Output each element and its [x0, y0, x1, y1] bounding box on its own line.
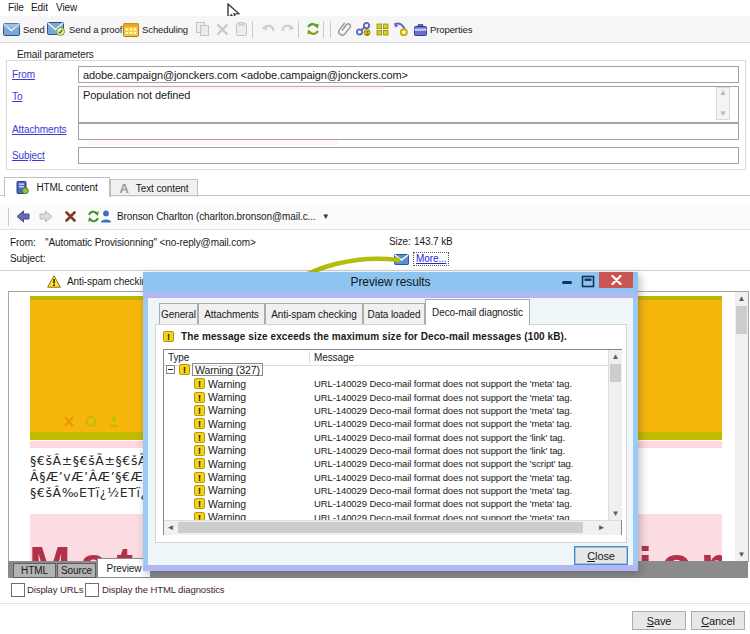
- more-link[interactable]: More...: [413, 252, 449, 266]
- send-button[interactable]: Send: [3, 16, 45, 42]
- warning-row[interactable]: !WarningURL-140029 Deco-mail format does…: [164, 404, 246, 417]
- warning-row[interactable]: !WarningURL-140029 Deco-mail format does…: [164, 484, 246, 497]
- warning-row-message: URL-140029 Deco-mail format does not sup…: [314, 445, 565, 456]
- to-field-scrollbar[interactable]: ▲ ▼: [716, 87, 730, 120]
- dialog-tab-anti-spam-checking[interactable]: Anti-spam checking: [265, 303, 363, 324]
- scroll-up-icon[interactable]: ▲: [609, 350, 622, 363]
- header-subject-label: Subject:: [10, 253, 45, 264]
- dialog-tab-attachments[interactable]: Attachments: [198, 303, 265, 324]
- attach-file-button[interactable]: [338, 16, 352, 42]
- back-icon[interactable]: [16, 210, 30, 223]
- tab-html-content[interactable]: HTML content: [4, 177, 110, 197]
- reload-icon[interactable]: [87, 210, 100, 223]
- cut-button[interactable]: [216, 16, 229, 42]
- warning-row[interactable]: !WarningURL-140029 Deco-mail format does…: [164, 470, 246, 483]
- sender-selector[interactable]: Bronson Charlton (charlton.bronson@mail.…: [117, 211, 316, 222]
- menu-view[interactable]: View: [56, 2, 77, 13]
- warning-icon: !: [179, 364, 190, 375]
- warning-icon: !: [194, 445, 205, 456]
- warning-icon: !: [194, 512, 205, 520]
- scroll-down-icon[interactable]: ▼: [735, 548, 748, 561]
- personalization-block-button[interactable]: [376, 16, 389, 42]
- warning-row[interactable]: !WarningURL-140029 Deco-mail format does…: [164, 457, 246, 470]
- dialog-close-button[interactable]: Close: [574, 546, 628, 565]
- maximize-icon[interactable]: [581, 275, 595, 288]
- warning-row-message: URL-140029 Deco-mail format does not sup…: [314, 392, 572, 403]
- scroll-down-icon[interactable]: ▼: [717, 109, 729, 119]
- list-horizontal-scrollbar[interactable]: ◄ ►: [164, 520, 621, 535]
- display-diagnostics-checkbox[interactable]: [85, 583, 99, 597]
- warning-row[interactable]: !WarningURL-140029 Deco-mail format does…: [164, 390, 246, 403]
- warning-row[interactable]: !WarningURL-140029 Deco-mail format does…: [164, 444, 246, 457]
- warning-row[interactable]: !WarningURL-140029 Deco-mail format does…: [164, 430, 246, 443]
- minimize-icon[interactable]: [560, 276, 574, 288]
- cut-icon: [216, 23, 229, 36]
- tab-html[interactable]: HTML: [13, 563, 56, 578]
- dialog-tab-data-loaded[interactable]: Data loaded: [363, 303, 425, 324]
- paste-button[interactable]: [236, 16, 247, 42]
- warning-row[interactable]: !WarningURL-140029 Deco-mail format does…: [164, 511, 246, 521]
- scroll-down-icon[interactable]: ▼: [609, 507, 622, 520]
- warning-row[interactable]: !WarningURL-140029 Deco-mail format does…: [164, 377, 246, 390]
- close-window-button[interactable]: [599, 272, 633, 288]
- to-field[interactable]: Population not defined: [78, 86, 739, 123]
- warning-row-type: Warning: [208, 378, 246, 390]
- tree-root-row[interactable]: ! Warning (327): [166, 363, 263, 376]
- scheduling-button[interactable]: Scheduling: [123, 16, 188, 42]
- display-urls-checkbox[interactable]: [11, 583, 25, 597]
- scroll-right-icon[interactable]: ►: [595, 521, 608, 534]
- column-divider[interactable]: [309, 351, 310, 364]
- copy-button[interactable]: [196, 16, 209, 42]
- cancel-button[interactable]: Cancel: [691, 611, 745, 630]
- subject-link[interactable]: Subject: [12, 150, 45, 161]
- warning-row[interactable]: !WarningURL-140029 Deco-mail format does…: [164, 417, 246, 430]
- save-button[interactable]: Save: [632, 611, 686, 630]
- toolbar-separator: [323, 21, 324, 38]
- scroll-left-icon[interactable]: ◄: [164, 521, 177, 534]
- scrollbar-thumb[interactable]: [178, 522, 583, 533]
- toolbar-separator: [330, 21, 331, 38]
- list-vertical-scrollbar[interactable]: ▲ ▼: [608, 350, 622, 520]
- subject-field[interactable]: [78, 147, 739, 164]
- refresh-button[interactable]: [306, 16, 320, 42]
- link-content-button[interactable]: $: [356, 16, 371, 42]
- scroll-up-icon[interactable]: ▲: [735, 292, 748, 305]
- delete-icon[interactable]: [65, 211, 76, 222]
- attachments-link[interactable]: Attachments: [12, 124, 66, 135]
- tree-root-label[interactable]: Warning (327): [192, 363, 263, 376]
- scroll-up-icon[interactable]: ▲: [717, 88, 729, 98]
- warning-row-type: Warning: [208, 471, 246, 483]
- scrollbar-thumb[interactable]: [736, 306, 747, 334]
- collapse-icon[interactable]: [166, 365, 175, 374]
- properties-label: Properties: [430, 24, 472, 35]
- menu-file[interactable]: File: [8, 2, 24, 13]
- warning-row-message: URL-140029 Deco-mail format does not sup…: [314, 418, 572, 429]
- dialog-tab-deco-mail-diagnostic[interactable]: Deco-mail diagnostic: [425, 299, 530, 325]
- forward-icon[interactable]: [39, 210, 53, 223]
- warning-row-message: URL-140029 Deco-mail format does not sup…: [314, 405, 572, 416]
- to-link[interactable]: To: [12, 91, 22, 102]
- column-message[interactable]: Message: [314, 352, 354, 363]
- column-type[interactable]: Type: [168, 352, 189, 363]
- warning-row-message: URL-140029 Deco-mail format does not sup…: [314, 485, 572, 496]
- from-link[interactable]: From: [12, 69, 35, 80]
- dialog-tab-general[interactable]: General: [159, 303, 198, 324]
- from-field[interactable]: adobe.campaign@jonckers.com <adobe.campa…: [78, 66, 739, 83]
- undo-button[interactable]: [261, 16, 276, 42]
- unlink-content-button[interactable]: [393, 16, 408, 42]
- tab-source[interactable]: Source: [57, 563, 96, 578]
- properties-button[interactable]: Properties: [414, 16, 472, 42]
- properties-briefcase-icon: [414, 23, 427, 36]
- preview-scrollbar[interactable]: ▲ ▼: [735, 292, 748, 561]
- close-icon: [611, 275, 622, 285]
- menu-edit[interactable]: Edit: [31, 2, 48, 13]
- warning-row[interactable]: !WarningURL-140029 Deco-mail format does…: [164, 497, 246, 510]
- send-a-proof-button[interactable]: Send a proof: [47, 16, 122, 42]
- scrollbar-thumb[interactable]: [610, 364, 621, 382]
- redo-button[interactable]: [280, 16, 295, 42]
- warning-row-message: URL-140029 Deco-mail format does not sup…: [314, 472, 572, 483]
- attachments-field[interactable]: [78, 123, 739, 140]
- toolbar-separator: [252, 21, 253, 38]
- chevron-down-icon[interactable]: ▼: [322, 212, 330, 221]
- warning-row-type: Warning: [208, 458, 246, 470]
